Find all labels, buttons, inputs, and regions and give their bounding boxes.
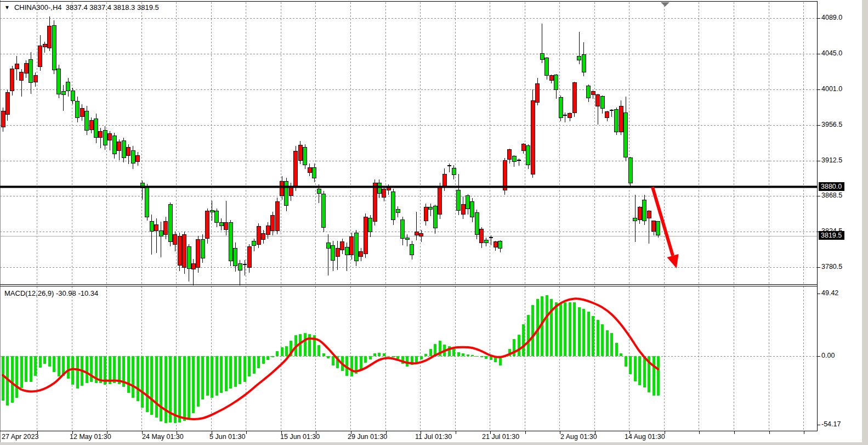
macd-bar xyxy=(360,356,362,370)
macd-bar xyxy=(174,356,177,423)
down-candle xyxy=(345,247,349,255)
price-pane[interactable] xyxy=(0,0,817,285)
macd-bar xyxy=(485,356,487,359)
macd-bar xyxy=(225,356,228,391)
up-candle xyxy=(596,95,600,106)
price-tick-label: 3956.5 xyxy=(821,121,842,128)
up-candle xyxy=(178,236,181,265)
macd-bar xyxy=(452,349,455,356)
macd-bar xyxy=(527,315,530,356)
symbol-period-label: CHINA300-,H4 xyxy=(14,3,62,12)
down-candle xyxy=(600,97,604,109)
up-candle xyxy=(183,234,186,267)
axis-tick-mark xyxy=(817,18,820,19)
up-candle xyxy=(24,63,28,73)
macd-bar xyxy=(601,324,604,356)
down-candle xyxy=(52,25,56,70)
macd-bar xyxy=(71,356,74,385)
up-candle xyxy=(33,75,37,82)
down-candle xyxy=(554,75,558,90)
macd-bar xyxy=(150,356,153,415)
macd-bar xyxy=(564,302,566,356)
macd-bar xyxy=(234,356,237,387)
pane-separator[interactable] xyxy=(0,284,818,285)
macd-bar xyxy=(522,324,525,356)
time-tick-mark xyxy=(734,431,735,434)
trading-chart-window: ▼CHINA300-,H4 3837.4 3837.4 3818.3 3819.… xyxy=(0,0,868,445)
down-candle xyxy=(484,240,488,243)
up-candle xyxy=(359,251,363,256)
up-candle xyxy=(117,142,121,150)
macd-bar xyxy=(387,356,390,357)
axis-tick-mark xyxy=(817,196,820,196)
down-candle xyxy=(512,156,516,162)
down-candle xyxy=(131,150,135,164)
time-tick-mark xyxy=(769,431,770,434)
macd-bar xyxy=(555,302,558,356)
macd-bar xyxy=(620,353,622,356)
up-candle xyxy=(271,215,275,230)
down-candle xyxy=(526,146,530,165)
highlighted-price-label: 3880.0 xyxy=(819,182,844,191)
axis-tick-mark xyxy=(817,356,820,357)
up-candle xyxy=(536,83,540,102)
macd-pane[interactable] xyxy=(0,286,817,431)
up-candle xyxy=(508,150,512,160)
time-axis-label: 27 Apr 2023 xyxy=(2,433,38,441)
macd-bar xyxy=(610,333,613,356)
up-candle xyxy=(493,242,497,247)
macd-bar xyxy=(285,346,288,356)
candles[interactable] xyxy=(1,16,660,285)
down-candle xyxy=(475,213,479,235)
down-candle xyxy=(643,200,646,221)
macd-bar xyxy=(480,356,483,357)
macd-bar xyxy=(262,356,265,364)
up-candle xyxy=(521,144,525,151)
macd-bar xyxy=(25,356,27,382)
macd-bar xyxy=(531,305,534,356)
macd-bar xyxy=(11,356,14,403)
down-candle xyxy=(540,54,544,59)
down-candle xyxy=(433,206,437,228)
up-candle xyxy=(419,234,423,236)
macd-bar xyxy=(587,312,590,356)
macd-bar xyxy=(188,356,190,420)
down-candle xyxy=(392,191,395,220)
down-candle xyxy=(145,187,149,217)
up-candle xyxy=(298,145,302,160)
chart-shift-marker-icon[interactable] xyxy=(661,2,670,7)
macd-bar xyxy=(378,353,381,356)
down-candle xyxy=(234,248,237,266)
up-candle xyxy=(568,114,572,117)
macd-bar xyxy=(638,356,641,385)
up-candle xyxy=(48,26,52,48)
macd-bar xyxy=(183,356,186,421)
window-right-edge xyxy=(862,0,868,445)
up-candle xyxy=(308,167,311,172)
symbol-collapse-triangle-icon[interactable]: ▼ xyxy=(4,4,10,10)
macd-bar xyxy=(304,333,307,356)
up-candle xyxy=(336,248,339,256)
macd-bar xyxy=(48,356,51,367)
up-candle xyxy=(289,187,293,196)
down-candle xyxy=(656,222,660,235)
macd-bar xyxy=(229,356,232,388)
axis-tick-mark xyxy=(817,161,820,161)
up-candle xyxy=(442,174,446,186)
macd-bar xyxy=(141,356,144,408)
macd-bar xyxy=(396,356,399,359)
up-candle xyxy=(280,181,284,195)
up-candle xyxy=(262,234,265,239)
macd-bar xyxy=(634,356,637,381)
macd-bar xyxy=(424,354,427,356)
time-tick-mark xyxy=(804,431,804,434)
up-candle xyxy=(99,131,103,138)
macd-bar xyxy=(653,356,655,396)
macd-bar xyxy=(257,356,260,368)
macd-bar xyxy=(373,353,376,356)
up-candle xyxy=(503,160,507,190)
down-candle xyxy=(229,222,232,261)
up-candle xyxy=(619,106,623,132)
macd-bar xyxy=(592,316,594,356)
down-candle xyxy=(94,119,98,138)
